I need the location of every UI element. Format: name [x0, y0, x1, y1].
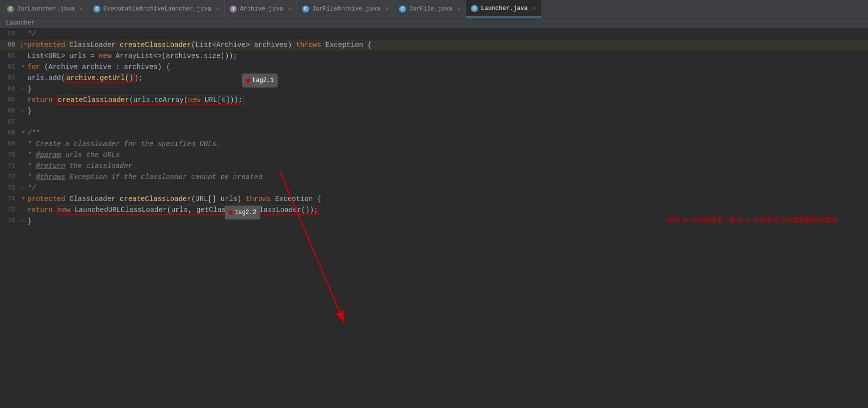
fold-icon-76[interactable]: ▷: [21, 216, 24, 226]
line-row-71: 71 * @return the classloader: [0, 160, 868, 172]
code-line-67: [27, 116, 31, 128]
code-line-60: protected ClassLoader createClassLoader(…: [27, 40, 372, 50]
line-num-68: 68: [0, 128, 19, 138]
tag-2-1-dot: [246, 78, 250, 82]
code-line-66: }: [27, 106, 31, 116]
tab-close-launcher[interactable]: ×: [533, 6, 536, 12]
red-box-create-classloader: createClassLoader(urls.toArray(new URL[0…: [57, 96, 244, 104]
tab-label-archive: Archive.java: [240, 6, 283, 12]
line-num-75: 75: [0, 204, 19, 216]
tab-archive[interactable]: I Archive.java ×: [225, 0, 297, 18]
line-num-60: 60: [0, 40, 19, 50]
line-num-74: 74: [0, 194, 19, 204]
code-line-75: return new LaunchedURLClassLoader(urls, …: [27, 204, 319, 216]
line-row-64: 64 ▷ }: [0, 84, 868, 94]
tab-icon-archive: I: [230, 6, 237, 12]
editor-area: 循环 jar 包中的档案，将其 url 获取到之后创建新的类加载器 59 */ …: [0, 28, 868, 406]
fold-icon-68[interactable]: ▼: [21, 128, 24, 138]
fold-icon-64[interactable]: ▷: [21, 84, 24, 94]
gutter-icon-76: ▷: [19, 216, 27, 226]
line-num-76: 76: [0, 216, 19, 226]
gutter-icon-63: [19, 72, 27, 84]
tab-close-exe-archive-launcher[interactable]: ×: [216, 6, 220, 12]
line-row-63: 63 urls.add(archive.getUrl()); tag2.1: [0, 72, 868, 84]
tab-label-exe-archive-launcher: ExecutableArchiveLauncher.java: [103, 6, 211, 12]
line-num-65: 65: [0, 94, 19, 106]
gutter-icon-68: ▼: [19, 128, 27, 138]
fold-icon-66[interactable]: ▷: [21, 106, 24, 116]
tab-close-jar-launcher[interactable]: ×: [79, 6, 83, 12]
tab-close-jar-file[interactable]: ×: [457, 6, 460, 12]
line-num-71: 71: [0, 160, 19, 172]
line-num-61: 61: [0, 50, 19, 62]
line-row-76: 76 ▷ }: [0, 216, 868, 226]
code-line-72: * @throws Exception if the classloader c…: [27, 172, 263, 182]
code-line-68: /**: [27, 128, 40, 138]
tab-launcher[interactable]: C Launcher.java ×: [466, 0, 541, 18]
code-line-69: * Create a classloader for the specified…: [27, 138, 220, 150]
fold-icon-60[interactable]: ▼: [24, 40, 27, 50]
tab-label-jar-launcher: JarLauncher.java: [17, 6, 74, 12]
line-row-59: 59 */: [0, 28, 868, 40]
fold-icon-73[interactable]: ▷: [21, 182, 24, 194]
tab-icon-jar-file-archive: C: [302, 6, 309, 12]
line-num-63: 63: [0, 72, 19, 84]
tab-label-jar-file: JarFile.java: [409, 6, 452, 12]
tab-jar-file-archive[interactable]: C JarFileArchive.java ×: [297, 0, 394, 18]
gutter-icon-71: [19, 160, 27, 172]
tab-icon-jar-launcher: C: [7, 6, 14, 12]
tag-2-2-tooltip: tag2.2: [225, 206, 260, 220]
code-line-61: List<URL> urls = new ArrayList<>(archive…: [27, 50, 237, 62]
fold-icon-62[interactable]: ▼: [21, 62, 24, 72]
gutter-icon-69: [19, 138, 27, 150]
gutter-icon-67: [19, 116, 27, 128]
gutter-icon-70: [19, 150, 27, 160]
tag-2-1-tooltip: tag2.1: [242, 74, 278, 88]
code-line-73: */: [27, 182, 36, 194]
gutter-icon-59: [19, 28, 27, 40]
line-num-69: 69: [0, 138, 19, 150]
gutter-icon-62: ▼: [19, 62, 27, 72]
fold-icon-74[interactable]: ▼: [21, 194, 24, 204]
line-row-66: 66 ▷ }: [0, 106, 868, 116]
code-line-65: return createClassLoader(urls.toArray(ne…: [27, 94, 244, 106]
tab-icon-jar-file: C: [399, 6, 406, 12]
line-num-73: 73: [0, 182, 19, 194]
tab-jar-launcher[interactable]: C JarLauncher.java ×: [2, 0, 88, 18]
gutter-icon-73: ▷: [19, 182, 27, 194]
line-row-67: 67: [0, 116, 868, 128]
line-row-72: 72 * @throws Exception if the classloade…: [0, 172, 868, 182]
line-row-69: 69 * Create a classloader for the specif…: [0, 138, 868, 150]
code-line-76: }: [27, 216, 31, 226]
gutter-icon-75: [19, 204, 27, 216]
line-row-65: 65 return createClassLoader(urls.toArray…: [0, 94, 868, 106]
gutter-icon-64: ▷: [19, 84, 27, 94]
tab-jar-file[interactable]: C JarFile.java ×: [394, 0, 466, 18]
breadcrumb-label: Launcher: [6, 20, 35, 26]
tab-icon-launcher: C: [471, 5, 478, 12]
tab-close-jar-file-archive[interactable]: ×: [385, 6, 389, 12]
code-line-71: * @return the classloader: [27, 160, 132, 172]
code-line-62: for (Archive archive : archives) {: [27, 62, 170, 72]
tab-close-archive[interactable]: ×: [288, 6, 292, 12]
line-row-73: 73 ▷ */: [0, 182, 868, 194]
line-num-72: 72: [0, 172, 19, 182]
code-line-74: protected ClassLoader createClassLoader(…: [27, 194, 321, 204]
line-row-75: 75 return new LaunchedURLClassLoader(url…: [0, 204, 868, 216]
line-row-62: 62 ▼ for (Archive archive : archives) {: [0, 62, 868, 72]
breadcrumb: Launcher: [0, 18, 868, 28]
line-num-66: 66: [0, 106, 19, 116]
line-row-61: 61 List<URL> urls = new ArrayList<>(arch…: [0, 50, 868, 62]
line-num-62: 62: [0, 62, 19, 72]
line-num-59: 59: [0, 28, 19, 40]
gutter-icon-74: ▼: [19, 194, 27, 204]
red-box-archive-geturl: archive.getUrl(): [65, 74, 134, 82]
tab-label-jar-file-archive: JarFileArchive.java: [312, 6, 381, 12]
line-row-68: 68 ▼ /**: [0, 128, 868, 138]
gutter-icon-61: [19, 50, 27, 62]
line-row-70: 70 * @param urls the URLs: [0, 150, 868, 160]
tab-icon-exe-archive-launcher: C: [93, 6, 100, 12]
code-line-63: urls.add(archive.getUrl()); tag2.1: [27, 72, 143, 84]
gutter-icon-72: [19, 172, 27, 182]
tab-exe-archive-launcher[interactable]: C ExecutableArchiveLauncher.java ×: [88, 0, 225, 18]
